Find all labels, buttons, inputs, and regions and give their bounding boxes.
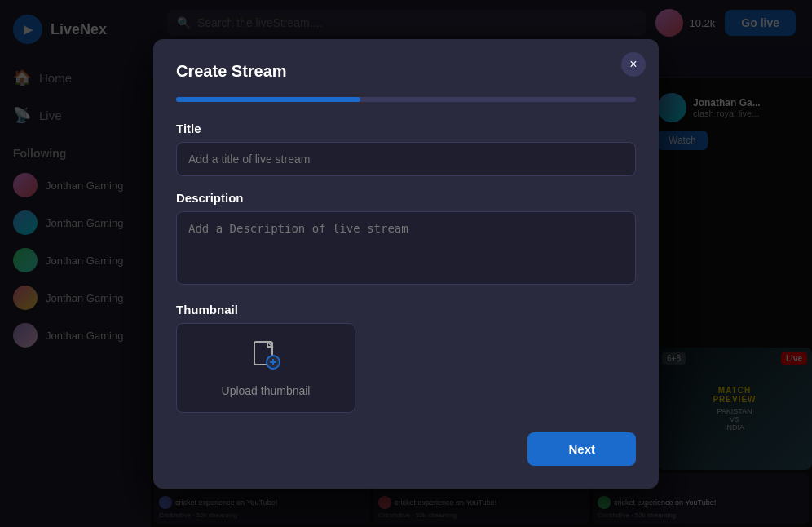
title-input[interactable] bbox=[176, 142, 636, 176]
modal-title: Create Stream bbox=[176, 62, 636, 81]
progress-bar-fill bbox=[176, 97, 360, 102]
thumbnail-upload-area[interactable]: Upload thumbnail bbox=[176, 323, 355, 413]
progress-bar bbox=[176, 97, 636, 102]
modal-footer: Next bbox=[176, 432, 636, 466]
thumbnail-label: Thumbnail bbox=[176, 303, 636, 317]
title-label: Title bbox=[176, 122, 636, 135]
upload-file-icon bbox=[249, 339, 282, 378]
modal-close-button[interactable]: × bbox=[621, 52, 646, 77]
upload-icon-svg bbox=[249, 339, 282, 371]
create-stream-modal: Create Stream × Title Description Thumbn… bbox=[153, 39, 659, 489]
next-button[interactable]: Next bbox=[527, 432, 636, 466]
description-textarea[interactable] bbox=[176, 211, 636, 285]
upload-text-label: Upload thumbnail bbox=[222, 384, 311, 397]
description-label: Description bbox=[176, 191, 636, 205]
modal-overlay: Create Stream × Title Description Thumbn… bbox=[0, 0, 812, 527]
